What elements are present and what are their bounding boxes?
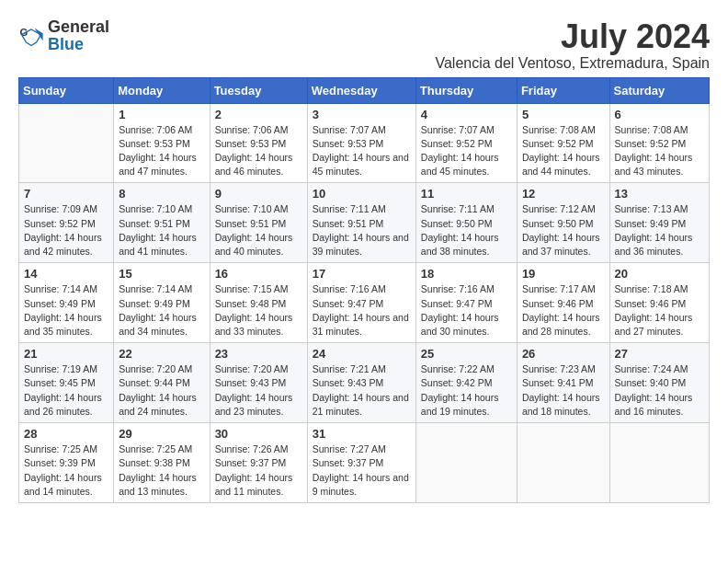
calendar-cell xyxy=(415,423,517,503)
day-number: 22 xyxy=(119,347,204,361)
calendar-cell: 28 Sunrise: 7:25 AM Sunset: 9:39 PM Dayl… xyxy=(19,423,114,503)
calendar-cell: 22 Sunrise: 7:20 AM Sunset: 9:44 PM Dayl… xyxy=(114,343,210,423)
calendar-cell: 29 Sunrise: 7:25 AM Sunset: 9:38 PM Dayl… xyxy=(114,423,210,503)
week-row-3: 14 Sunrise: 7:14 AM Sunset: 9:49 PM Dayl… xyxy=(19,263,710,343)
day-number: 4 xyxy=(421,108,512,121)
day-info: Sunrise: 7:17 AM Sunset: 9:46 PM Dayligh… xyxy=(522,282,605,339)
day-number: 28 xyxy=(24,427,108,441)
day-number: 16 xyxy=(215,267,302,281)
calendar-cell: 20 Sunrise: 7:18 AM Sunset: 9:46 PM Dayl… xyxy=(609,263,709,343)
day-info: Sunrise: 7:14 AM Sunset: 9:49 PM Dayligh… xyxy=(24,282,108,339)
day-info: Sunrise: 7:06 AM Sunset: 9:53 PM Dayligh… xyxy=(215,123,302,179)
month-year-title: July 2024 xyxy=(435,18,710,55)
day-info: Sunrise: 7:08 AM Sunset: 9:52 PM Dayligh… xyxy=(522,123,605,179)
calendar-cell: 15 Sunrise: 7:14 AM Sunset: 9:49 PM Dayl… xyxy=(114,263,210,343)
day-number: 7 xyxy=(24,187,108,201)
day-info: Sunrise: 7:13 AM Sunset: 9:49 PM Dayligh… xyxy=(615,202,704,259)
day-number: 9 xyxy=(215,187,302,201)
day-info: Sunrise: 7:09 AM Sunset: 9:52 PM Dayligh… xyxy=(24,202,108,259)
day-info: Sunrise: 7:11 AM Sunset: 9:50 PM Dayligh… xyxy=(421,202,512,259)
day-number: 24 xyxy=(313,347,411,361)
day-info: Sunrise: 7:10 AM Sunset: 9:51 PM Dayligh… xyxy=(119,202,204,259)
day-number: 8 xyxy=(119,187,204,201)
day-number: 5 xyxy=(522,108,605,121)
calendar-cell: 1 Sunrise: 7:06 AM Sunset: 9:53 PM Dayli… xyxy=(114,103,210,183)
calendar-cell: 5 Sunrise: 7:08 AM Sunset: 9:52 PM Dayli… xyxy=(517,103,609,183)
title-area: July 2024 Valencia del Ventoso, Extremad… xyxy=(435,18,710,72)
day-number: 15 xyxy=(119,267,204,281)
day-number: 23 xyxy=(215,347,302,361)
calendar-cell: 21 Sunrise: 7:19 AM Sunset: 9:45 PM Dayl… xyxy=(19,343,114,423)
calendar-cell: 14 Sunrise: 7:14 AM Sunset: 9:49 PM Dayl… xyxy=(19,263,114,343)
week-row-1: 1 Sunrise: 7:06 AM Sunset: 9:53 PM Dayli… xyxy=(19,103,710,183)
day-number: 13 xyxy=(615,187,704,201)
day-info: Sunrise: 7:27 AM Sunset: 9:37 PM Dayligh… xyxy=(313,442,411,499)
calendar-cell: 17 Sunrise: 7:16 AM Sunset: 9:47 PM Dayl… xyxy=(307,263,415,343)
day-info: Sunrise: 7:16 AM Sunset: 9:47 PM Dayligh… xyxy=(313,282,411,339)
header-day-sunday: Sunday xyxy=(19,77,114,103)
header-day-monday: Monday xyxy=(114,77,210,103)
day-info: Sunrise: 7:16 AM Sunset: 9:47 PM Dayligh… xyxy=(421,282,512,339)
calendar-cell xyxy=(517,423,609,503)
calendar-cell: 2 Sunrise: 7:06 AM Sunset: 9:53 PM Dayli… xyxy=(210,103,307,183)
calendar-cell: 30 Sunrise: 7:26 AM Sunset: 9:37 PM Dayl… xyxy=(210,423,307,503)
logo: G General Blue xyxy=(18,18,109,53)
header-day-wednesday: Wednesday xyxy=(307,77,415,103)
calendar-cell: 12 Sunrise: 7:12 AM Sunset: 9:50 PM Dayl… xyxy=(517,183,609,263)
day-info: Sunrise: 7:26 AM Sunset: 9:37 PM Dayligh… xyxy=(215,442,302,499)
day-number: 29 xyxy=(119,427,204,441)
day-info: Sunrise: 7:22 AM Sunset: 9:42 PM Dayligh… xyxy=(421,362,512,419)
calendar-cell: 27 Sunrise: 7:24 AM Sunset: 9:40 PM Dayl… xyxy=(609,343,709,423)
page-header: G General Blue July 2024 Valencia del Ve… xyxy=(18,18,710,72)
day-info: Sunrise: 7:07 AM Sunset: 9:52 PM Dayligh… xyxy=(421,123,512,179)
calendar-cell: 23 Sunrise: 7:20 AM Sunset: 9:43 PM Dayl… xyxy=(210,343,307,423)
calendar-cell: 6 Sunrise: 7:08 AM Sunset: 9:52 PM Dayli… xyxy=(609,103,709,183)
location-subtitle: Valencia del Ventoso, Extremadura, Spain xyxy=(435,55,710,72)
day-info: Sunrise: 7:15 AM Sunset: 9:48 PM Dayligh… xyxy=(215,282,302,339)
calendar-cell: 13 Sunrise: 7:13 AM Sunset: 9:49 PM Dayl… xyxy=(609,183,709,263)
calendar-cell: 18 Sunrise: 7:16 AM Sunset: 9:47 PM Dayl… xyxy=(415,263,517,343)
day-info: Sunrise: 7:20 AM Sunset: 9:43 PM Dayligh… xyxy=(215,362,302,419)
day-info: Sunrise: 7:19 AM Sunset: 9:45 PM Dayligh… xyxy=(24,362,108,419)
day-number: 3 xyxy=(313,108,411,121)
calendar-cell xyxy=(609,423,709,503)
day-number: 21 xyxy=(24,347,108,361)
day-info: Sunrise: 7:11 AM Sunset: 9:51 PM Dayligh… xyxy=(313,202,411,259)
day-number: 17 xyxy=(313,267,411,281)
calendar-cell: 24 Sunrise: 7:21 AM Sunset: 9:43 PM Dayl… xyxy=(307,343,415,423)
day-info: Sunrise: 7:12 AM Sunset: 9:50 PM Dayligh… xyxy=(522,202,605,259)
header-day-thursday: Thursday xyxy=(415,77,517,103)
day-info: Sunrise: 7:06 AM Sunset: 9:53 PM Dayligh… xyxy=(119,123,204,179)
day-number: 25 xyxy=(421,347,512,361)
day-info: Sunrise: 7:14 AM Sunset: 9:49 PM Dayligh… xyxy=(119,282,204,339)
day-info: Sunrise: 7:07 AM Sunset: 9:53 PM Dayligh… xyxy=(313,123,411,179)
week-row-2: 7 Sunrise: 7:09 AM Sunset: 9:52 PM Dayli… xyxy=(19,183,710,263)
calendar-cell: 26 Sunrise: 7:23 AM Sunset: 9:41 PM Dayl… xyxy=(517,343,609,423)
calendar-cell: 3 Sunrise: 7:07 AM Sunset: 9:53 PM Dayli… xyxy=(307,103,415,183)
header-day-friday: Friday xyxy=(517,77,609,103)
day-number: 2 xyxy=(215,108,302,121)
day-info: Sunrise: 7:21 AM Sunset: 9:43 PM Dayligh… xyxy=(313,362,411,419)
calendar-cell xyxy=(19,103,114,183)
calendar-cell: 8 Sunrise: 7:10 AM Sunset: 9:51 PM Dayli… xyxy=(114,183,210,263)
calendar-cell: 31 Sunrise: 7:27 AM Sunset: 9:37 PM Dayl… xyxy=(307,423,415,503)
day-number: 11 xyxy=(421,187,512,201)
week-row-5: 28 Sunrise: 7:25 AM Sunset: 9:39 PM Dayl… xyxy=(19,423,710,503)
day-info: Sunrise: 7:25 AM Sunset: 9:39 PM Dayligh… xyxy=(24,442,108,499)
calendar-cell: 19 Sunrise: 7:17 AM Sunset: 9:46 PM Dayl… xyxy=(517,263,609,343)
day-info: Sunrise: 7:08 AM Sunset: 9:52 PM Dayligh… xyxy=(615,123,704,179)
day-number: 27 xyxy=(615,347,704,361)
logo-general: General xyxy=(48,17,109,36)
calendar-cell: 4 Sunrise: 7:07 AM Sunset: 9:52 PM Dayli… xyxy=(415,103,517,183)
calendar-cell: 11 Sunrise: 7:11 AM Sunset: 9:50 PM Dayl… xyxy=(415,183,517,263)
logo-icon: G xyxy=(18,23,44,49)
day-number: 26 xyxy=(522,347,605,361)
day-info: Sunrise: 7:18 AM Sunset: 9:46 PM Dayligh… xyxy=(615,282,704,339)
day-number: 20 xyxy=(615,267,704,281)
calendar-cell: 7 Sunrise: 7:09 AM Sunset: 9:52 PM Dayli… xyxy=(19,183,114,263)
day-number: 31 xyxy=(313,427,411,441)
calendar-cell: 9 Sunrise: 7:10 AM Sunset: 9:51 PM Dayli… xyxy=(210,183,307,263)
day-number: 1 xyxy=(119,108,204,121)
day-number: 14 xyxy=(24,267,108,281)
day-info: Sunrise: 7:10 AM Sunset: 9:51 PM Dayligh… xyxy=(215,202,302,259)
